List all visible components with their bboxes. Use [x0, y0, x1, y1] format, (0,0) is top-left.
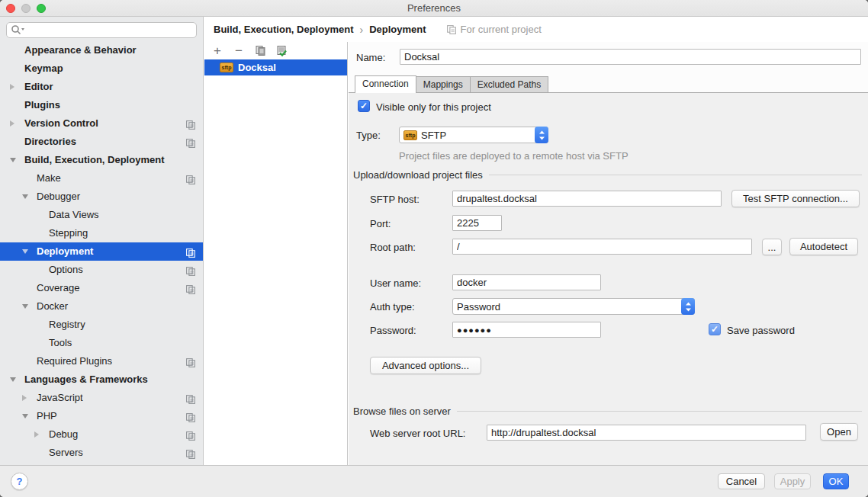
autodetect-button[interactable]: Autodetect	[789, 238, 858, 255]
type-hint: Project files are deployed to a remote h…	[399, 150, 628, 162]
dropdown-spinner-icon[interactable]	[681, 298, 695, 315]
password-input[interactable]	[452, 322, 601, 338]
project-scope-icon	[185, 393, 196, 403]
open-url-button[interactable]: Open	[820, 423, 858, 441]
preferences-window: Preferences Appearance & BehaviorKeymapE…	[0, 0, 868, 497]
name-label: Name:	[356, 52, 385, 63]
tab-strip: ConnectionMappingsExcluded Paths	[355, 75, 548, 93]
sidebar-item-servers[interactable]: Servers	[0, 444, 203, 462]
auth-type-select[interactable]: Password	[452, 298, 695, 315]
project-scope-icon	[185, 136, 196, 147]
sidebar-item-languages-frameworks[interactable]: Languages & Frameworks	[0, 370, 203, 389]
sftp-type-icon: sftp	[403, 130, 417, 140]
breadcrumb-parent[interactable]: Build, Execution, Deployment	[214, 24, 353, 35]
collapse-arrow-icon[interactable]	[10, 377, 16, 382]
name-input[interactable]	[400, 49, 861, 65]
connection-tab-content: ✓ Visible only for this project Type: sf…	[349, 92, 868, 465]
project-scope-icon	[185, 356, 196, 367]
expand-arrow-icon[interactable]	[10, 120, 14, 127]
upload-section-header: Upload/download project files	[353, 169, 862, 181]
sidebar-item-javascript[interactable]: JavaScript	[0, 389, 203, 407]
copy-server-button[interactable]	[253, 44, 267, 58]
deployment-config-panel: Name: ConnectionMappingsExcluded Paths ✓…	[349, 42, 868, 465]
server-name: Docksal	[238, 62, 276, 73]
cancel-button[interactable]: Cancel	[718, 473, 765, 489]
sidebar-item-registry[interactable]: Registry	[0, 316, 203, 334]
sidebar-item-docker[interactable]: Docker	[0, 297, 203, 316]
project-scope-icon	[185, 429, 196, 440]
sidebar-item-editor[interactable]: Editor	[0, 78, 203, 96]
sidebar-item-make[interactable]: Make	[0, 169, 203, 188]
sidebar-item-data-views[interactable]: Data Views	[0, 206, 203, 224]
breadcrumb-separator: ›	[359, 24, 363, 36]
sidebar-item-debugger[interactable]: Debugger	[0, 188, 203, 206]
server-list-toolbar: + −	[204, 42, 347, 59]
save-password-label: Save password	[727, 325, 795, 336]
window-title: Preferences	[0, 2, 868, 14]
sidebar-item-debug[interactable]: Debug	[0, 425, 203, 444]
browse-section-header: Browse files on server	[353, 406, 862, 417]
use-as-default-button[interactable]	[275, 44, 288, 58]
sftp-host-input[interactable]	[452, 191, 722, 207]
sidebar-item-coverage[interactable]: Coverage	[0, 279, 203, 297]
settings-tree: Appearance & BehaviorKeymapEditorPlugins…	[0, 41, 203, 462]
titlebar: Preferences	[0, 0, 868, 17]
search-input[interactable]	[6, 22, 197, 38]
sidebar-item-plugins[interactable]: Plugins	[0, 96, 203, 114]
sftp-host-label: SFTP host:	[370, 194, 420, 205]
tab-mappings[interactable]: Mappings	[416, 76, 471, 93]
sidebar-item-directories[interactable]: Directories	[0, 133, 203, 151]
root-path-input[interactable]	[452, 239, 752, 255]
collapse-arrow-icon[interactable]	[22, 194, 28, 199]
collapse-arrow-icon[interactable]	[22, 249, 28, 254]
collapse-arrow-icon[interactable]	[22, 414, 28, 418]
apply-button[interactable]: Apply	[774, 473, 811, 489]
save-password-checkbox[interactable]: ✓	[709, 323, 721, 335]
project-scope-icon	[185, 118, 196, 129]
scope-label: For current project	[461, 24, 542, 35]
project-scope-icon	[185, 411, 196, 422]
expand-arrow-icon[interactable]	[22, 395, 27, 401]
web-server-root-url-label: Web server root URL:	[370, 428, 465, 439]
test-sftp-connection-button[interactable]: Test SFTP connection...	[731, 190, 860, 207]
sidebar-item-options[interactable]: Options	[0, 261, 203, 279]
section-divider	[457, 411, 862, 412]
sidebar-item-tools[interactable]: Tools	[0, 334, 203, 352]
add-server-button[interactable]: +	[211, 44, 224, 58]
help-button[interactable]: ?	[11, 473, 28, 490]
server-list-item-docksal[interactable]: sftp Docksal	[204, 59, 347, 75]
sidebar-item-deployment[interactable]: Deployment	[0, 242, 203, 261]
user-name-input[interactable]	[452, 274, 601, 290]
collapse-arrow-icon[interactable]	[10, 158, 16, 162]
tab-excluded-paths[interactable]: Excluded Paths	[470, 76, 548, 93]
port-input[interactable]	[452, 215, 502, 231]
sidebar-item-version-control[interactable]: Version Control	[0, 114, 203, 133]
sidebar-item-appearance-behavior[interactable]: Appearance & Behavior	[0, 41, 203, 59]
advanced-options-button[interactable]: Advanced options...	[370, 357, 481, 374]
collapse-arrow-icon[interactable]	[22, 304, 28, 309]
sidebar-item-build-execution-deployment[interactable]: Build, Execution, Deployment	[0, 151, 203, 169]
breadcrumb: Build, Execution, Deployment › Deploymen…	[204, 17, 868, 42]
section-divider	[489, 175, 862, 175]
remove-server-button[interactable]: −	[232, 44, 246, 58]
visible-only-checkbox[interactable]: ✓	[358, 100, 370, 112]
dropdown-spinner-icon[interactable]	[535, 127, 548, 143]
web-server-root-url-input[interactable]	[487, 425, 806, 441]
sidebar-item-required-plugins[interactable]: Required Plugins	[0, 352, 203, 370]
breadcrumb-current: Deployment	[369, 24, 426, 35]
auth-type-value: Password	[457, 301, 500, 313]
tab-connection[interactable]: Connection	[355, 75, 416, 93]
sftp-file-icon: sftp	[220, 63, 233, 72]
type-value: SFTP	[421, 130, 446, 141]
port-label: Port:	[370, 218, 391, 229]
type-select[interactable]: sftp SFTP	[399, 127, 548, 143]
browse-root-path-button[interactable]: ...	[762, 239, 782, 255]
expand-arrow-icon[interactable]	[34, 431, 39, 438]
password-label: Password:	[370, 325, 416, 336]
sidebar-item-php[interactable]: PHP	[0, 407, 203, 425]
expand-arrow-icon[interactable]	[10, 84, 14, 90]
project-scope-icon	[185, 246, 196, 257]
sidebar-item-stepping[interactable]: Stepping	[0, 224, 203, 242]
ok-button[interactable]: OK	[823, 473, 849, 489]
sidebar-item-keymap[interactable]: Keymap	[0, 59, 203, 78]
